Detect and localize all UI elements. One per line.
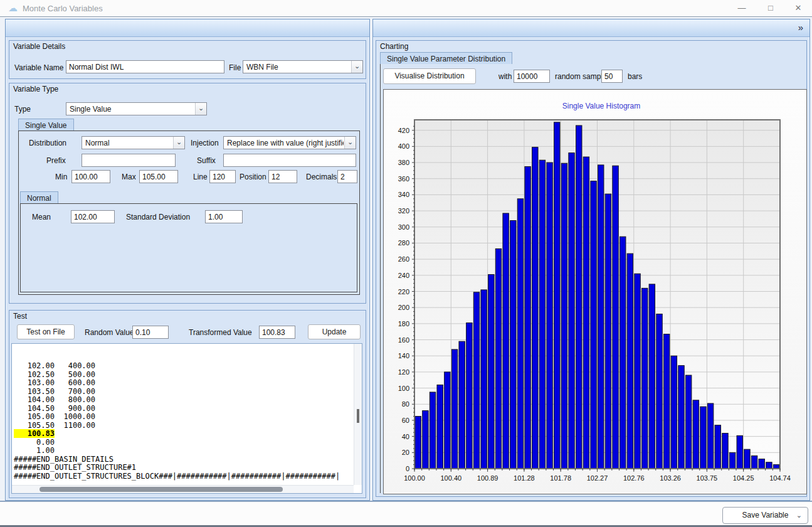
- histogram-bar: [503, 213, 509, 469]
- save-variable-button[interactable]: Save Variable ⌄: [722, 507, 808, 524]
- vertical-scrollbar[interactable]: [354, 344, 362, 485]
- histogram-bar: [554, 122, 560, 469]
- left-panel-header: [6, 19, 369, 37]
- prefix-label: Prefix: [46, 156, 66, 165]
- position-input[interactable]: [268, 170, 297, 183]
- transformed-value-label: Transformed Value: [189, 328, 252, 337]
- right-panel: » Charting Single Value Parameter Distri…: [372, 19, 810, 501]
- histogram-bar: [430, 392, 435, 469]
- suffix-input[interactable]: [223, 154, 356, 167]
- variable-name-input[interactable]: [66, 60, 224, 73]
- chevron-down-icon[interactable]: ⌄: [351, 61, 362, 73]
- svg-text:100.40: 100.40: [440, 474, 461, 482]
- file-line: #####END_OUTLET_STRUCTURE#1: [14, 464, 362, 472]
- svg-text:102.76: 102.76: [623, 474, 645, 482]
- svg-text:420: 420: [398, 127, 409, 134]
- histogram-bar: [598, 165, 604, 469]
- max-input[interactable]: [139, 170, 178, 183]
- title-bar: ☁ Monte Carlo Variables — □ ✕: [0, 0, 812, 17]
- svg-text:101.78: 101.78: [550, 474, 571, 482]
- mean-input[interactable]: [71, 210, 115, 223]
- monte-carlo-variables-window: { "window": { "title": "Monte Carlo Vari…: [0, 0, 812, 527]
- transformed-value-input[interactable]: [259, 326, 295, 339]
- variable-name-label: Variable Name: [14, 63, 63, 72]
- line-input[interactable]: [209, 170, 236, 183]
- histogram-bar: [525, 166, 530, 469]
- right-panel-header: »: [373, 19, 809, 37]
- tab-single-value[interactable]: Single Value: [18, 119, 74, 131]
- svg-text:120: 120: [398, 368, 409, 376]
- histogram-bar: [473, 292, 479, 469]
- distribution-combobox[interactable]: Normal ⌄: [82, 136, 185, 149]
- chevron-down-icon[interactable]: ⌄: [344, 137, 356, 149]
- histogram-bar: [539, 160, 545, 469]
- horizontal-scrollbar[interactable]: [12, 485, 354, 493]
- test-file-preview[interactable]: 102.00 400.00 102.50 500.00 103.00 600.0…: [11, 343, 362, 494]
- svg-text:380: 380: [398, 159, 409, 166]
- test-on-file-button[interactable]: Test on File: [17, 324, 75, 339]
- standard-deviation-input[interactable]: [205, 210, 243, 223]
- svg-text:160: 160: [398, 336, 409, 344]
- charting-tab-page: Visualise Distribution with random sampl…: [380, 64, 805, 493]
- file-combobox[interactable]: WBN File ⌄: [243, 60, 363, 73]
- expand-panel-icon[interactable]: »: [798, 22, 803, 33]
- variable-details-title: Variable Details: [13, 42, 65, 51]
- svg-text:20: 20: [402, 449, 409, 456]
- histogram-bar: [591, 181, 596, 469]
- min-input[interactable]: [71, 170, 110, 183]
- svg-text:103.26: 103.26: [660, 474, 681, 482]
- chevron-down-icon[interactable]: ⌄: [195, 103, 206, 115]
- tab-normal[interactable]: Normal: [20, 191, 58, 204]
- random-value-input[interactable]: [132, 326, 169, 339]
- with-label: with: [498, 72, 512, 81]
- left-panel-body: Variable Details Variable Name File WBN …: [6, 38, 369, 500]
- test-title: Test: [13, 312, 27, 321]
- svg-text:101.28: 101.28: [514, 474, 535, 482]
- mean-label: Mean: [32, 213, 51, 221]
- charting-group: Charting Single Value Parameter Distribu…: [376, 40, 807, 497]
- left-panel: Variable Details Variable Name File WBN …: [5, 19, 370, 501]
- maximize-icon[interactable]: □: [761, 0, 780, 16]
- histogram-svg: 0204060801001201401601802002202402602803…: [384, 90, 806, 494]
- histogram-bar: [627, 253, 633, 469]
- histogram-bar: [751, 455, 757, 469]
- histogram-bar: [423, 411, 428, 469]
- type-combobox[interactable]: Single Value ⌄: [66, 102, 207, 115]
- svg-text:103.75: 103.75: [697, 474, 718, 482]
- svg-text:400: 400: [398, 142, 409, 150]
- visualise-distribution-button[interactable]: Visualise Distribution: [383, 68, 476, 84]
- chevron-down-icon[interactable]: ⌄: [796, 508, 802, 523]
- close-icon[interactable]: ✕: [789, 0, 808, 16]
- svg-text:340: 340: [398, 191, 409, 198]
- random-samples-input[interactable]: [514, 70, 550, 83]
- prefix-input[interactable]: [82, 154, 176, 167]
- injection-combobox[interactable]: Replace line with value (right justified…: [223, 136, 356, 149]
- histogram-bar: [635, 274, 640, 469]
- svg-text:40: 40: [402, 433, 409, 440]
- histogram-bar: [459, 341, 465, 469]
- vertical-scrollbar-thumb[interactable]: [357, 409, 359, 423]
- histogram-bar: [437, 385, 443, 469]
- histogram-bar: [641, 288, 647, 469]
- update-button[interactable]: Update: [308, 324, 361, 339]
- test-group: Test Test on File Random Value Transform…: [9, 310, 366, 498]
- histogram-bar: [671, 356, 677, 469]
- tab-single-value-parameter-distribution[interactable]: Single Value Parameter Distribution: [380, 52, 512, 65]
- charting-title: Charting: [380, 42, 408, 51]
- suffix-label: Suffix: [197, 156, 216, 165]
- type-combobox-value: Single Value: [70, 105, 112, 114]
- histogram-bar: [445, 372, 450, 469]
- svg-text:104.74: 104.74: [769, 474, 791, 482]
- svg-text:180: 180: [398, 320, 409, 327]
- minimize-icon[interactable]: —: [732, 0, 751, 16]
- random-value-label: Random Value: [85, 328, 134, 337]
- bars-label: bars: [628, 72, 642, 81]
- decimals-input[interactable]: [337, 170, 357, 183]
- horizontal-scrollbar-thumb[interactable]: [40, 487, 283, 492]
- histogram-chart: 0204060801001201401601802002202402602803…: [383, 89, 807, 494]
- file-line: #####END_OUTLET_STRUCTURES_BLOCK###|####…: [14, 472, 362, 481]
- file-line: 103.50 700.00: [14, 388, 362, 397]
- svg-text:360: 360: [398, 175, 409, 183]
- chevron-down-icon[interactable]: ⌄: [173, 137, 184, 149]
- bars-count-input[interactable]: [601, 70, 623, 83]
